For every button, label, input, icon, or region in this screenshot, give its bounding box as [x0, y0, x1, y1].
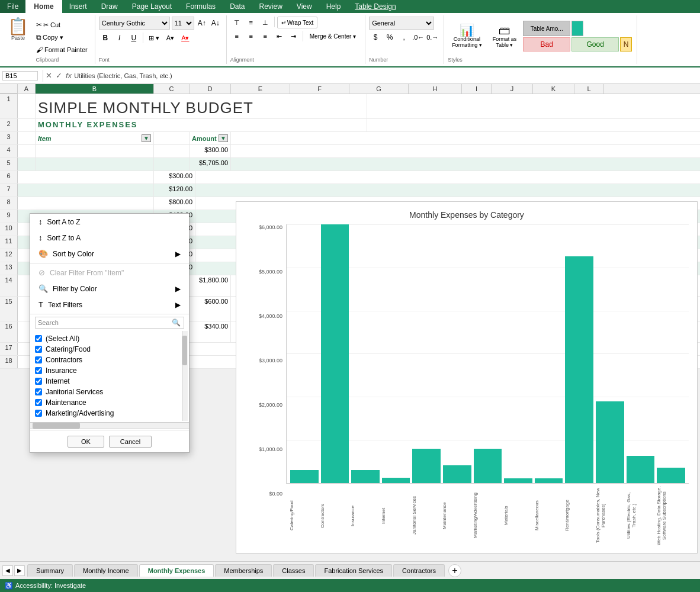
sort-by-color-item[interactable]: 🎨 Sort by Color ▶	[30, 246, 189, 262]
row-header-16[interactable]: 16	[0, 321, 18, 342]
row-header-5[interactable]: 5	[0, 158, 18, 170]
col-header-D[interactable]: D	[190, 84, 231, 94]
cell-A4[interactable]	[18, 145, 36, 157]
cell-B3[interactable]: Item ▼	[36, 132, 154, 144]
cell-D16[interactable]: $340.00	[190, 321, 231, 342]
cell-B5[interactable]	[36, 158, 154, 170]
tab-page-layout[interactable]: Page Layout	[125, 0, 179, 13]
font-color-button[interactable]: A▾	[178, 31, 192, 44]
col-header-B[interactable]: B	[36, 84, 154, 94]
cut-button[interactable]: ✂ ✂ Cut	[34, 19, 90, 31]
tab-summary[interactable]: Summary	[27, 564, 73, 577]
sort-za-item[interactable]: ↕ Sort Z to A	[30, 230, 189, 246]
cell-D7[interactable]: $120.00	[154, 184, 195, 197]
bottom-align-button[interactable]: ⊥	[259, 17, 272, 28]
sort-az-item[interactable]: ↕ Sort A to Z	[30, 214, 189, 230]
decrease-font-button[interactable]: A↓	[210, 17, 221, 29]
checkbox-item-maintenance[interactable]: Maintenance	[35, 397, 184, 408]
cell-A1[interactable]	[18, 94, 36, 118]
row-header-7[interactable]: 7	[0, 184, 18, 197]
checkbox-catering[interactable]	[35, 346, 42, 353]
filter-cancel-button[interactable]: Cancel	[109, 436, 152, 448]
cell-B2[interactable]: MONTHLY EXPENSES	[36, 119, 367, 131]
checkbox-item-all[interactable]: (Select All)	[35, 333, 184, 344]
font-face-select[interactable]: Century Gothic	[99, 17, 170, 30]
col-header-F[interactable]: F	[290, 84, 349, 94]
wrap-text-button[interactable]: ↵ Wrap Text	[277, 17, 318, 28]
col-header-E[interactable]: E	[231, 84, 290, 94]
checkbox-maintenance[interactable]	[35, 399, 42, 406]
text-filters-item[interactable]: T Text Filters ▶	[30, 297, 189, 313]
tab-classes[interactable]: Classes	[273, 564, 314, 577]
tab-monthly-expenses[interactable]: Monthly Expenses	[139, 564, 214, 577]
scroll-left-button[interactable]: ◀	[2, 565, 13, 576]
checkbox-internet[interactable]	[35, 378, 42, 385]
tab-draw[interactable]: Draw	[94, 0, 125, 13]
h-scroll-thumb[interactable]	[33, 423, 80, 429]
row-header-14[interactable]: 14	[0, 275, 18, 296]
cell-C5[interactable]	[154, 158, 190, 170]
formula-x-button[interactable]: ✕	[46, 71, 52, 80]
cell-C3[interactable]	[154, 132, 190, 144]
checkbox-item-janitorial[interactable]: Janitorial Services	[35, 387, 184, 397]
cell-B6[interactable]	[18, 171, 154, 184]
row-header-2[interactable]: 2	[0, 119, 18, 131]
align-left-button[interactable]: ≡	[230, 30, 243, 42]
decrease-indent-button[interactable]: ⇤	[273, 30, 286, 42]
increase-font-button[interactable]: A↑	[196, 17, 208, 29]
cell-D4[interactable]: $300.00	[190, 145, 231, 157]
col-header-I[interactable]: I	[462, 84, 492, 94]
checkbox-item-insurance[interactable]: Insurance	[35, 365, 184, 376]
cell-B8[interactable]	[18, 197, 154, 210]
good-style-box[interactable]: Good	[571, 37, 619, 52]
cell-D3[interactable]: Amount ▼	[190, 132, 231, 144]
checkbox-item-internet[interactable]: Internet	[35, 376, 184, 387]
row-header-4[interactable]: 4	[0, 145, 18, 157]
row-header-8[interactable]: 8	[0, 197, 18, 210]
checkbox-insurance[interactable]	[35, 367, 42, 374]
cell-D14[interactable]: $1,800.00	[190, 275, 231, 296]
tab-review[interactable]: Review	[252, 0, 289, 13]
copy-button[interactable]: ⧉ Copy ▾	[34, 31, 90, 43]
horizontal-scroll[interactable]	[30, 422, 189, 429]
cell-A2[interactable]	[18, 119, 36, 131]
underline-button[interactable]: U	[127, 31, 140, 44]
cell-reference-input[interactable]	[2, 71, 38, 81]
formula-check-button[interactable]: ✓	[56, 71, 62, 80]
cell-A3[interactable]	[18, 132, 36, 144]
tab-file[interactable]: File	[0, 0, 25, 13]
item-filter-button[interactable]: ▼	[142, 134, 151, 142]
filter-by-color-item[interactable]: 🔍 Filter by Color ▶	[30, 281, 189, 297]
cell-D15[interactable]: $600.00	[190, 297, 231, 321]
currency-button[interactable]: $	[369, 31, 382, 43]
formula-fx-button[interactable]: fx	[66, 71, 72, 80]
format-as-table-button[interactable]: 🗃 Format asTable ▾	[489, 22, 521, 50]
col-header-C[interactable]: C	[154, 84, 190, 94]
clear-filter-item[interactable]: ⊘ Clear Filter From "Item"	[30, 265, 189, 281]
checkbox-select-all[interactable]	[35, 335, 42, 342]
tab-view[interactable]: View	[290, 0, 319, 13]
font-size-select[interactable]: 11	[172, 17, 194, 30]
checkbox-janitorial[interactable]	[35, 388, 42, 395]
cell-C4[interactable]	[154, 145, 190, 157]
checkbox-item-contractors[interactable]: Contractors	[35, 355, 184, 365]
tab-fabrication-services[interactable]: Fabrication Services	[315, 564, 392, 577]
merge-center-button[interactable]: Merge & Center ▾	[306, 32, 360, 41]
borders-button[interactable]: ⊞ ▾	[146, 31, 162, 44]
checkbox-item-marketing[interactable]: Marketing/Advertising	[35, 408, 184, 419]
row-header-13[interactable]: 13	[0, 262, 18, 275]
cell-D5[interactable]: $5,705.00	[190, 158, 231, 170]
paste-button[interactable]: 📋 Paste	[5, 17, 31, 43]
row-header-9[interactable]: 9	[0, 210, 18, 223]
filter-ok-button[interactable]: OK	[68, 436, 104, 448]
number-format-select[interactable]: General	[369, 17, 434, 30]
tab-insert[interactable]: Insert	[62, 0, 94, 13]
col-header-A[interactable]: A	[18, 84, 36, 94]
add-sheet-button[interactable]: +	[448, 564, 461, 577]
fill-color-button[interactable]: A▾	[163, 31, 177, 44]
cell-B1[interactable]: SIMPLE MONTHLY BUDGET	[36, 94, 367, 118]
decrease-decimal-button[interactable]: .0←	[412, 31, 425, 43]
middle-align-button[interactable]: ≡	[245, 17, 258, 28]
row-header-11[interactable]: 11	[0, 236, 18, 249]
tab-home[interactable]: Home	[25, 0, 62, 13]
